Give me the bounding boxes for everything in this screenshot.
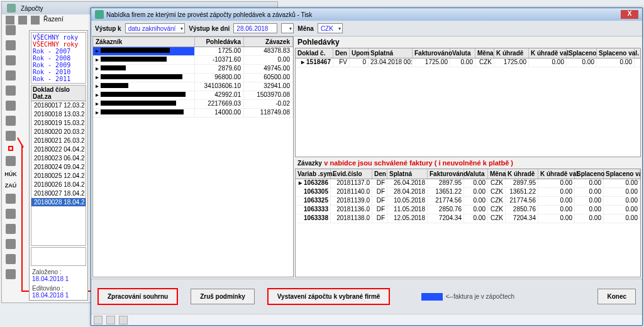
status-icon[interactable] (106, 316, 115, 324)
date-input[interactable] (233, 23, 277, 33)
zavazek-row[interactable]: ▸ 106328620181137.0DF26.04.20182897.950.… (296, 179, 640, 188)
zavazek-row[interactable]: 106330520181140.0DF28.04.201813651.220.0… (296, 188, 640, 197)
mena-label: Měna (297, 25, 314, 32)
zau-label[interactable]: ZAÚ (5, 182, 17, 189)
doc-row[interactable]: 20180024 09.04.2 (31, 163, 86, 172)
toolbar-icon[interactable] (31, 16, 40, 25)
meta-zalozeno: Založeno : 18.04.2018 1 (30, 267, 87, 284)
customer-row[interactable]: ▸ 96800.0060500.00 (93, 74, 293, 82)
years-header: VŠECHNY roky (33, 34, 84, 41)
small-area (31, 247, 86, 266)
annotation-line (21, 145, 23, 292)
doc-row[interactable]: 20180026 18.04.2 (31, 180, 86, 189)
zavazky-grid: Variab .sym.Evid.čísloDenSplatnáFakturov… (295, 169, 641, 278)
tool-icon[interactable] (6, 131, 16, 141)
date-dropdown[interactable] (281, 23, 294, 33)
legend-square (421, 293, 443, 301)
bg-title: Zápočty (21, 5, 43, 12)
year-row[interactable]: Rok - 2011 (33, 75, 84, 82)
tool-icon[interactable] (6, 239, 16, 249)
doc-row[interactable]: 20180025 12.04.2 (31, 172, 86, 180)
pohledavka-row[interactable]: ▸ 1518467FV023.04.2018 00:1725.000.00CZK… (296, 58, 640, 67)
zavazek-row[interactable]: 106333320181136.0DF11.05.20182850.760.00… (296, 206, 640, 214)
pohledavky-grid: Doklad č.DenUpomSplatnáFakturovánoValuta… (295, 48, 641, 157)
vystup-k-label: Výstup k (95, 25, 121, 32)
zrus-button[interactable]: Zruš podmínky (191, 289, 255, 304)
years-box: VŠECHNY roky VŠECHNY roky Rok - 2007Rok … (31, 32, 86, 84)
close-icon[interactable]: X (621, 10, 638, 19)
doc-row[interactable]: 20180027 18.04.2 (31, 189, 86, 198)
doc-row[interactable]: 20180021 26.03.2 (31, 136, 86, 145)
customers-grid-header: Zákazník Pohledávka Závazek (93, 37, 293, 47)
tool-icon[interactable] (6, 40, 16, 50)
tool-icon[interactable] (6, 209, 16, 219)
tool-icon[interactable] (6, 269, 16, 279)
zavazky-title: Závazky v nabídce jsou schválené faktury… (295, 157, 641, 169)
highlighted-tool[interactable] (8, 146, 13, 151)
tool-icon[interactable] (6, 224, 16, 234)
year-row[interactable]: Rok - 2007 (33, 48, 84, 55)
dialog-icon (95, 10, 104, 19)
tool-icon[interactable] (6, 70, 16, 80)
pohledavky-header: Doklad č.DenUpomSplatnáFakturovánoValuta… (296, 48, 640, 58)
doclist-header: Doklad číslo Dat.za (31, 86, 86, 101)
meta-editovano: Editováno : 18.04.2018 1 (30, 284, 87, 300)
zpracovani-button[interactable]: Zpracování souhrnu (97, 288, 178, 305)
doc-row[interactable]: 20180018 13.03.2 (31, 110, 86, 119)
mid-panel: VŠECHNY roky VŠECHNY roky Rok - 2007Rok … (29, 30, 88, 301)
tool-icon[interactable] (6, 25, 16, 35)
customer-row[interactable]: ▸ 42992.011503970.08 (93, 91, 293, 100)
customer-row[interactable]: ▸ 1725.0048378.83 (93, 47, 293, 56)
statusbar (91, 314, 642, 325)
konec-button[interactable]: Konec (597, 289, 636, 304)
customers-grid: Zákazník Pohledávka Závazek ▸ 1725.00483… (92, 36, 294, 277)
tool-icon[interactable] (6, 156, 16, 166)
year-row[interactable]: Rok - 2008 (33, 55, 84, 62)
vystup-k-combo[interactable]: datu zaknihování (125, 23, 186, 33)
zavazky-header: Variab .sym.Evid.čísloDenSplatnáFakturov… (296, 169, 640, 179)
zavazek-row[interactable]: 106333820181138.0DF12.05.20187204.340.00… (296, 214, 640, 223)
dialog-titlebar: Nabídka firem ze kterými lze provést záp… (91, 8, 642, 21)
toolbar-icon[interactable] (6, 16, 14, 25)
app-icon (7, 4, 16, 13)
doc-row[interactable]: 20180028 18.04.2 (31, 198, 86, 207)
tool-icon[interactable] (6, 116, 16, 126)
customer-row[interactable]: ▸ 2217669.03-0.02 (93, 100, 293, 109)
main-dialog: Nabídka firem ze kterými lze provést záp… (91, 8, 643, 326)
dialog-title: Nabídka firem ze kterými lze provést záp… (106, 11, 621, 18)
doc-row[interactable]: 20180017 12.03.2 (31, 101, 86, 110)
toolbar-icon[interactable] (18, 16, 27, 25)
tool-icon[interactable] (6, 55, 16, 65)
filter-bar: Výstup k datu zaknihování Výstup ke dni … (91, 21, 642, 36)
doc-row[interactable]: 20180022 04.04.2 (31, 145, 86, 154)
year-row[interactable]: Rok - 2009 (33, 62, 84, 69)
left-toolbar: HÚK ZAÚ (3, 25, 19, 279)
doc-row[interactable]: 20180023 06.04.2 (31, 154, 86, 163)
vystup-ke-dni-label: Výstup ke dni (189, 25, 230, 32)
tool-icon[interactable] (6, 86, 16, 96)
years-all[interactable]: VŠECHNY roky (33, 41, 84, 48)
vystaveni-button[interactable]: Vystavení zápočtu k vybrané firmě (267, 288, 391, 305)
mena-combo[interactable]: CZK (318, 23, 343, 33)
tool-icon[interactable] (6, 101, 16, 111)
pohledavky-title: Pohledávky (295, 36, 641, 48)
customer-row[interactable]: ▸ -10371.600.00 (93, 56, 293, 65)
legend: <--faktura je v zápočtech (421, 293, 514, 301)
customer-row[interactable]: ▸ 2879.6049745.00 (93, 65, 293, 74)
dialog-footer: Zpracování souhrnu Zruš podmínky Vystave… (91, 279, 642, 314)
huk-label[interactable]: HÚK (4, 171, 17, 177)
zavazek-row[interactable]: 106332520181139.0DF10.05.201821774.560.0… (296, 197, 640, 206)
status-icon[interactable] (119, 316, 128, 324)
customer-row[interactable]: ▸ 34103606.1032941.00 (93, 82, 293, 91)
customer-row[interactable]: ▸ 14000.00118749.08 (93, 109, 293, 118)
tool-icon[interactable] (6, 254, 16, 264)
status-icon[interactable] (94, 316, 103, 324)
document-list: Doklad číslo Dat.za 20180017 12.03.22018… (31, 85, 86, 246)
razeni-button[interactable]: Řazení (43, 16, 64, 25)
year-row[interactable]: Rok - 2010 (33, 69, 84, 75)
doc-row[interactable]: 20180019 15.03.2 (31, 119, 86, 128)
tool-icon[interactable] (6, 194, 16, 204)
doc-row[interactable]: 20180020 20.03.2 (31, 128, 86, 136)
